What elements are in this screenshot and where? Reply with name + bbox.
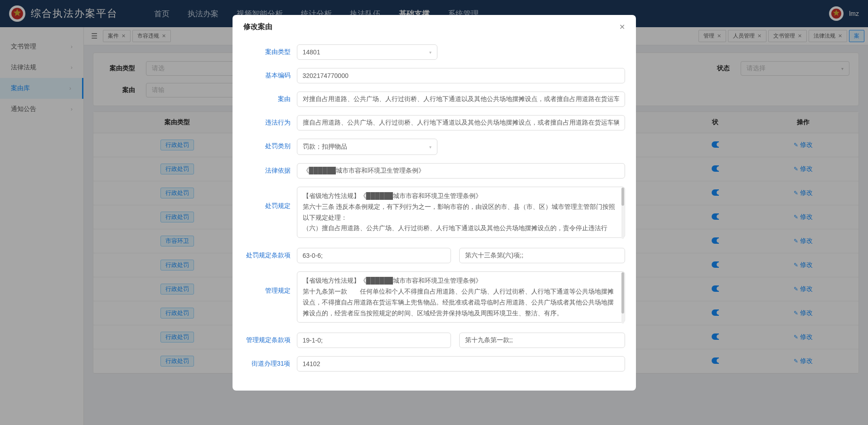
field-illegal-label: 违法行为	[243, 115, 297, 127]
field-law-label: 法律依据	[243, 163, 297, 175]
field-penalty-rule-label: 处罚规定	[243, 187, 297, 210]
field-cause-input[interactable]	[297, 92, 625, 107]
field-cause-label: 案由	[243, 92, 297, 103]
field-penalty-clause-label: 处罚规定条款项	[243, 248, 297, 260]
modal: 修改案由 ✕ 案由类型 14801▾ 基本编码 案由 违法行为 处罚类别 罚	[233, 15, 636, 391]
field-code-input[interactable]	[297, 68, 625, 83]
field-type-label: 案由类型	[243, 44, 297, 56]
modal-title: 修改案由	[243, 22, 272, 32]
field-mgmt-clause-label: 管理规定条款项	[243, 333, 297, 344]
field-penalty-type-label: 处罚类别	[243, 139, 297, 150]
field-mgmt-clause-text[interactable]	[459, 333, 625, 348]
field-mgmt-rule-textarea[interactable]	[297, 271, 625, 323]
field-type-select[interactable]: 14801▾	[297, 44, 437, 60]
field-code-label: 基本编码	[243, 68, 297, 80]
field-street-label: 街道办理31项	[243, 356, 297, 368]
chevron-down-icon: ▾	[429, 50, 432, 55]
field-penalty-clause-code[interactable]	[297, 248, 451, 263]
chevron-down-icon: ▾	[429, 145, 432, 150]
field-mgmt-clause-code[interactable]	[297, 333, 451, 348]
field-mgmt-rule-label: 管理规定	[243, 271, 297, 295]
field-street-select[interactable]: 14102	[297, 356, 625, 372]
modal-mask[interactable]: 修改案由 ✕ 案由类型 14801▾ 基本编码 案由 违法行为 处罚类别 罚	[0, 0, 868, 425]
field-penalty-clause-text[interactable]	[459, 248, 625, 263]
field-penalty-type-select[interactable]: 罚款；扣押物品▾	[297, 139, 437, 155]
scrollbar[interactable]	[621, 188, 624, 239]
field-illegal-input[interactable]	[297, 115, 625, 130]
field-penalty-rule-textarea[interactable]	[297, 187, 625, 238]
close-icon[interactable]: ✕	[619, 23, 625, 31]
field-law-input[interactable]	[297, 163, 625, 179]
scrollbar[interactable]	[621, 272, 624, 324]
